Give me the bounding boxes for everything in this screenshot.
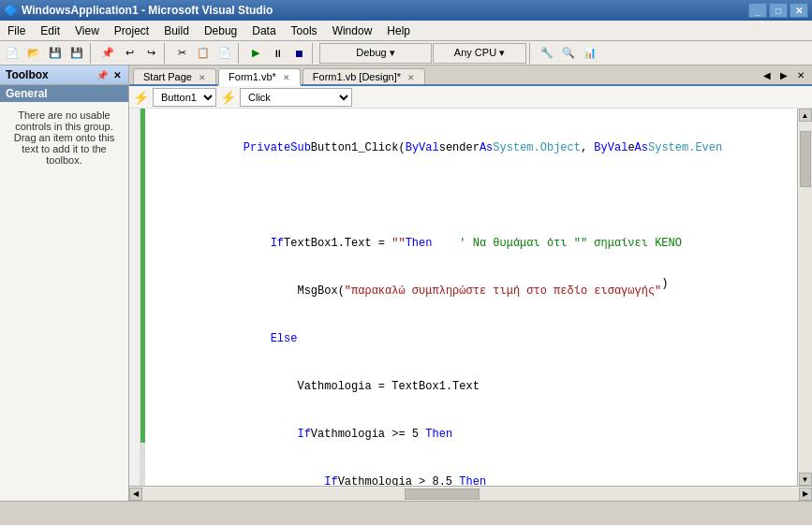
- scroll-right-btn[interactable]: ▶: [799, 488, 812, 501]
- tab-start-page[interactable]: Start Page ✕: [133, 68, 216, 84]
- sep3: [238, 43, 243, 64]
- open-btn[interactable]: 📂: [23, 43, 44, 64]
- horizontal-scrollbar[interactable]: ◀ ▶: [129, 486, 812, 501]
- toolbox-close-btn[interactable]: ✕: [111, 70, 123, 80]
- code-editor[interactable]: Private Sub Button1_Click(ByVal sender A…: [145, 109, 797, 486]
- editor-content: Private Sub Button1_Click(ByVal sender A…: [129, 109, 812, 486]
- toolbox-panel: Toolbox 📌 ✕ General There are no usable …: [0, 66, 129, 501]
- breakpoint-margin: [129, 109, 140, 486]
- app-icon: 🔷: [4, 4, 18, 17]
- toolbox-header-buttons: 📌 ✕: [95, 70, 123, 80]
- menu-view[interactable]: View: [67, 21, 107, 40]
- editor-toolbar: ⚡ Button1 ⚡ Click: [129, 86, 812, 109]
- menu-tools[interactable]: Tools: [284, 21, 325, 40]
- tab-close-active[interactable]: ✕: [793, 67, 808, 82]
- toolbox-title: Toolbox: [6, 68, 49, 81]
- scroll-track-v[interactable]: [799, 122, 812, 473]
- toolbox-pin-btn[interactable]: 📌: [95, 70, 110, 80]
- pin-btn[interactable]: 📌: [97, 43, 118, 64]
- scroll-track-h[interactable]: [142, 488, 799, 501]
- menu-project[interactable]: Project: [107, 21, 156, 40]
- minimize-button[interactable]: _: [748, 3, 767, 18]
- solution-configs[interactable]: Debug ▾: [319, 43, 432, 64]
- toolbox-general-label: General: [6, 87, 48, 100]
- window-controls: _ □ ✕: [748, 3, 808, 18]
- menu-bar: File Edit View Project Build Debug Data …: [0, 21, 812, 41]
- method-icon: ⚡: [133, 90, 149, 105]
- title-bar: 🔷 WindowsApplication1 - Microsoft Visual…: [0, 0, 812, 21]
- scroll-left-btn[interactable]: ◀: [129, 488, 142, 501]
- sep5: [529, 43, 534, 64]
- tab-start-page-close[interactable]: ✕: [199, 73, 206, 82]
- tab-form1-vb[interactable]: Form1.vb* ✕: [218, 68, 301, 86]
- main-container: Toolbox 📌 ✕ General There are no usable …: [0, 66, 812, 501]
- event-dropdown[interactable]: Click: [240, 88, 352, 107]
- vertical-scrollbar[interactable]: ▲ ▼: [797, 109, 812, 486]
- tab-scroll-right[interactable]: ▶: [776, 67, 791, 82]
- save-all-btn[interactable]: 💾: [66, 43, 87, 64]
- tab-scroll-left[interactable]: ◀: [760, 67, 775, 82]
- scroll-thumb-v[interactable]: [800, 131, 811, 187]
- tab-form1-vb-close[interactable]: ✕: [283, 73, 290, 82]
- pause-btn[interactable]: ⏸: [267, 43, 288, 64]
- code-line-8: If Vathmologia > 8.5 Then: [149, 474, 793, 486]
- save-btn[interactable]: 💾: [45, 43, 66, 64]
- toolbox-general-header[interactable]: General: [0, 85, 128, 102]
- status-bar: [0, 501, 812, 521]
- extra-btn3[interactable]: 📊: [580, 43, 600, 64]
- menu-edit[interactable]: Edit: [33, 21, 67, 40]
- tabs-bar: Start Page ✕ Form1.vb* ✕ Form1.vb [Desig…: [129, 66, 812, 86]
- cut-btn[interactable]: ✂: [171, 43, 192, 64]
- code-line-1: Private Sub Button1_Click(ByVal sender A…: [149, 140, 793, 156]
- menu-help[interactable]: Help: [379, 21, 418, 40]
- paste-btn[interactable]: 📄: [214, 43, 235, 64]
- stop-btn[interactable]: ⏹: [288, 43, 309, 64]
- toolbar-row1: 📄 📂 💾 💾 📌 ↩ ↪ ✂ 📋 📄 ▶ ⏸ ⏹ Debug ▾ Any CP…: [0, 41, 812, 66]
- event-icon: ⚡: [220, 90, 236, 105]
- toolbox-content[interactable]: There are no usable controls in this gro…: [0, 102, 128, 501]
- menu-debug[interactable]: Debug: [197, 21, 244, 40]
- scroll-up-btn[interactable]: ▲: [799, 109, 812, 122]
- sep2: [164, 43, 169, 64]
- extra-btn2[interactable]: 🔍: [558, 43, 579, 64]
- extra-btn1[interactable]: 🔧: [537, 43, 557, 64]
- menu-build[interactable]: Build: [156, 21, 197, 40]
- toolbox-header: Toolbox 📌 ✕: [0, 66, 128, 85]
- code-line-7: If Vathmologia >= 5 Then: [149, 427, 793, 443]
- sep4: [312, 43, 317, 64]
- scroll-down-btn[interactable]: ▼: [799, 473, 812, 486]
- copy-btn[interactable]: 📋: [193, 43, 214, 64]
- close-button[interactable]: ✕: [790, 3, 808, 18]
- editor-area: Start Page ✕ Form1.vb* ✕ Form1.vb [Desig…: [129, 66, 812, 501]
- code-line-6: Vathmologia = TextBox1.Text: [149, 379, 793, 395]
- code-line-3: If TextBox1.Text = "" Then ' Να θυμάμαι …: [149, 236, 793, 252]
- menu-file[interactable]: File: [0, 21, 33, 40]
- code-line-5: Else: [149, 331, 793, 347]
- code-line-4: MsgBox("παρακαλώ συμπληρώστε τιμή στο πε…: [149, 284, 793, 299]
- toolbox-message: There are no usable controls in this gro…: [14, 109, 115, 166]
- object-dropdown[interactable]: Button1: [153, 88, 216, 107]
- undo-btn[interactable]: ↩: [119, 43, 140, 64]
- scroll-thumb-h[interactable]: [405, 489, 480, 500]
- title-text: WindowsApplication1 - Microsoft Visual S…: [22, 4, 273, 17]
- tab-form1-design[interactable]: Form1.vb [Design]* ✕: [303, 68, 425, 84]
- tab-form1-design-close[interactable]: ✕: [407, 73, 415, 82]
- solution-platforms[interactable]: Any CPU ▾: [433, 43, 526, 64]
- maximize-button[interactable]: □: [769, 3, 788, 18]
- code-line-2: [149, 188, 793, 204]
- start-btn[interactable]: ▶: [245, 43, 266, 64]
- redo-btn[interactable]: ↪: [140, 43, 161, 64]
- new-project-btn[interactable]: 📄: [2, 43, 22, 64]
- menu-window[interactable]: Window: [325, 21, 380, 40]
- menu-data[interactable]: Data: [244, 21, 283, 40]
- sep1: [90, 43, 95, 64]
